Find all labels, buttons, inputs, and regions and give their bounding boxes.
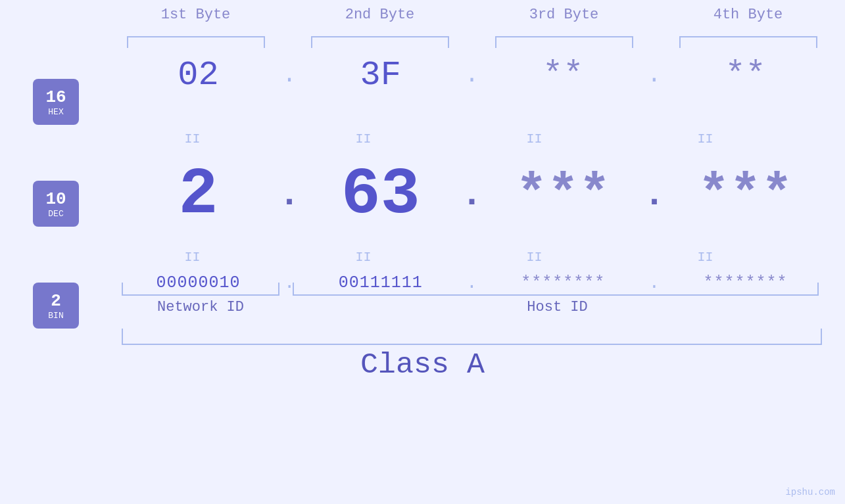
dec-byte1: 2	[128, 158, 268, 232]
class-label: Class A	[0, 348, 845, 382]
hex-row: 02 . 3F . ** . **	[122, 56, 822, 95]
top-brackets	[122, 36, 822, 48]
byte4-header: 4th Byte	[677, 7, 819, 23]
hex-badge-num: 16	[45, 87, 66, 107]
equals-row-2: II II II II	[122, 250, 822, 265]
dec-dot2: .	[457, 174, 487, 216]
hex-byte3: **	[493, 56, 633, 95]
dec-badge-label: DEC	[48, 209, 63, 219]
hex-dot2: .	[457, 62, 487, 89]
id-labels: Network ID Host ID	[122, 299, 822, 315]
byte3-header: 3rd Byte	[493, 7, 635, 23]
eq1-b3: II	[464, 131, 605, 147]
dec-byte3: ***	[493, 165, 633, 225]
network-id-label: Network ID	[122, 299, 279, 315]
dec-dot3: .	[640, 174, 669, 216]
hex-dot1: .	[275, 62, 304, 89]
hex-byte4: **	[675, 56, 815, 95]
hex-badge: 16 HEX	[33, 79, 79, 125]
host-id-bracket	[293, 283, 819, 296]
bin-badge-num: 2	[51, 291, 61, 311]
equals-row-1: II II II II	[122, 131, 822, 147]
hex-byte2: 3F	[310, 56, 450, 95]
dec-badge-num: 10	[45, 189, 66, 209]
eq1-b1: II	[122, 131, 263, 147]
network-id-bracket	[122, 283, 279, 296]
eq2-b4: II	[635, 250, 776, 265]
dec-badge: 10 DEC	[33, 181, 79, 227]
bottom-brackets	[122, 276, 822, 296]
eq2-b3: II	[464, 250, 605, 265]
eq1-b2: II	[293, 131, 434, 147]
bracket-byte2	[311, 36, 449, 48]
eq2-b2: II	[293, 250, 434, 265]
byte1-header: 1st Byte	[125, 7, 266, 23]
dec-byte4: ***	[675, 165, 815, 225]
class-bracket	[122, 329, 822, 345]
main-layout: 1st Byte 2nd Byte 3rd Byte 4th Byte 16 H…	[0, 0, 845, 504]
watermark: ipshu.com	[785, 487, 835, 497]
bin-badge: 2 BIN	[33, 283, 79, 329]
hex-dot3: .	[640, 62, 669, 89]
bracket-byte3	[495, 36, 633, 48]
hex-badge-label: HEX	[48, 107, 63, 117]
bracket-byte4	[679, 36, 817, 48]
byte-headers: 1st Byte 2nd Byte 3rd Byte 4th Byte	[122, 7, 822, 23]
hex-byte1: 02	[128, 56, 268, 95]
eq2-b1: II	[122, 250, 263, 265]
host-id-label: Host ID	[293, 299, 822, 315]
bracket-byte1	[127, 36, 265, 48]
eq1-b4: II	[635, 131, 776, 147]
dec-row: 2 . 63 . *** . ***	[122, 158, 822, 232]
dec-byte2: 63	[310, 158, 450, 232]
byte2-header: 2nd Byte	[309, 7, 450, 23]
bin-badge-label: BIN	[48, 311, 63, 321]
dec-dot1: .	[275, 174, 304, 216]
